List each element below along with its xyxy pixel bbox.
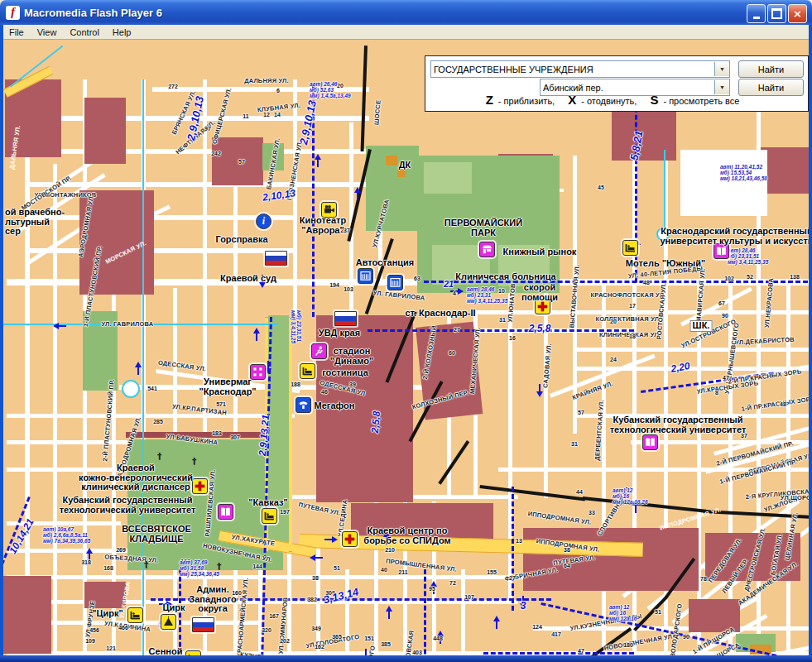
house-number: 168 [103,565,113,571]
street-name-label: ШОССЕ [372,100,382,126]
house-number: 6 [276,88,280,94]
arrow-head [332,536,338,543]
city-map-canvas[interactable]: ГОСУДАРСТВЕННЫЕ УЧРЕЖДЕНИЯ ▼ Найти Абинс… [3,40,809,655]
arrow-head [458,288,464,295]
poi-label: ПЕРВОМАЙСКИЙПАРК [444,218,522,237]
poi-label-line: "Краснодар" [199,387,256,397]
find-category-button[interactable]: Найти [738,60,804,78]
house-number: 194 [329,282,339,288]
bus-icon[interactable] [358,268,373,284]
menu-control[interactable]: Control [63,26,105,38]
house-number: 90 [683,634,689,640]
flash-player-icon: f [6,6,20,20]
house-number: 109 [85,638,95,644]
bus-icon[interactable] [387,275,403,290]
street-combobox-value: Абинский пер. [541,83,714,93]
poi-label-line: Автостанция [356,258,415,268]
poi-label: "Кавказ" [248,498,287,508]
house-number: 103 [344,286,353,292]
circus-icon[interactable] [161,614,176,630]
book-icon[interactable] [642,434,658,450]
bed-icon[interactable] [262,508,277,524]
cross-icon[interactable] [342,531,358,547]
russian-flag-icon[interactable] [192,617,214,632]
transit-note-line: мм) 12а,16 [609,616,637,621]
bed-icon[interactable] [622,240,638,256]
poi-label-line: Кубанский государственный [60,496,196,506]
transit-note-line: авт) 28,46 [728,247,768,253]
russian-flag-icon[interactable] [334,311,357,326]
arrow-tail [315,557,323,559]
maximize-button[interactable] [767,4,786,23]
poi-label-line: Кубанский государственный [610,415,747,425]
house-number: 45 [598,185,604,190]
poi-label: Цирк [162,603,185,613]
street-name-label: ВЫСТАВОЧНАЯ УЛ. [568,264,581,328]
poi-label-line: гостиница [322,368,368,378]
menu-file[interactable]: File [2,26,31,38]
book-icon[interactable] [218,504,233,520]
poi-label-line: Кинотеатр [300,216,346,226]
poi-label: Клиничесая больница [455,272,555,282]
map-block-m [3,576,51,654]
poi-label-line: Сенной [149,647,183,655]
house-number: 18 [629,333,636,339]
menu-view[interactable]: View [31,26,64,38]
transit-note-line: мм) 3,4,11,25,35 [728,259,768,265]
title-bar[interactable]: f Macromedia Flash Player 6 × [0,0,812,25]
hint-text-zoom-out: - отодвинуть, [581,96,637,106]
house-number: 11 [243,113,248,119]
phone-icon[interactable] [295,397,311,413]
book-glyph [643,435,657,449]
arrow-tail [388,612,391,619]
poi-label-line: Клиничесая больница [455,272,555,282]
transit-note: авт) 37,69мб) 31,58мм) 25,34,36,45 [180,559,219,577]
maximize-icon [771,8,782,19]
route-number-label: 2,5,8 [369,410,382,434]
arrow-tail [267,361,270,368]
map-block-o [386,156,397,166]
arrow-tail [496,621,498,629]
transit-note-line: авт) 28,46 [467,286,507,292]
minimize-button[interactable] [747,4,766,23]
menu-help[interactable]: Help [106,26,138,38]
map-block-m [84,98,126,164]
house-number: 180 [623,642,633,648]
category-combobox[interactable]: ГОСУДАРСТВЕННЫЕ УЧРЕЖДЕНИЯ ▼ [430,60,730,78]
route-number-label: 2,10,13 [262,187,296,203]
sport-icon[interactable] [311,343,327,359]
poi-label: Кубанский государственныйтехнологический… [610,415,747,434]
poi-label: Кинотеатр"Аврора" [300,216,346,235]
circus-glyph [161,615,175,629]
poi-label-line: стадион [330,347,374,357]
info-icon[interactable]: i [256,213,271,229]
chevron-down-icon[interactable]: ▼ [714,62,729,76]
market-icon[interactable] [479,242,495,257]
poi-label-line: округа [189,604,236,614]
russian-flag-icon[interactable] [265,251,287,266]
house-number: 60 [449,350,455,356]
poi-label: ДК [399,161,411,170]
poi-label-line: ст. Краснодар-II [405,309,475,319]
house-number: 51 [655,609,661,615]
cemetery-cross-icon: † [157,451,162,462]
poi-label-line: клинический диспансер [79,482,193,492]
transit-note-line: мб) 16 [609,610,637,616]
poi-label-line: ВСЕСВЯТСКОЕ [122,525,191,535]
house-number: 382 [307,597,317,602]
poi-label-line: скорой [521,283,558,293]
transit-note-line: мм) 1,4,5а,13,49 [310,93,351,98]
house-number: 365 [332,634,342,640]
transit-note-line: авт) 12 [609,604,637,610]
house-number: 14 [274,112,281,118]
cross-icon[interactable] [192,478,208,494]
bed-icon[interactable] [127,607,143,623]
map-block-m [212,137,263,185]
poi-label-line: ПАРК [444,228,522,238]
house-number: 72 [449,580,456,586]
bed-icon[interactable] [300,363,315,379]
transit-note-line: мб) 2,6,6а,8,5а,11 [43,532,90,538]
sport-glyph [312,344,326,358]
close-button[interactable]: × [788,4,807,23]
poi-label-line: Мегафон [315,401,355,411]
